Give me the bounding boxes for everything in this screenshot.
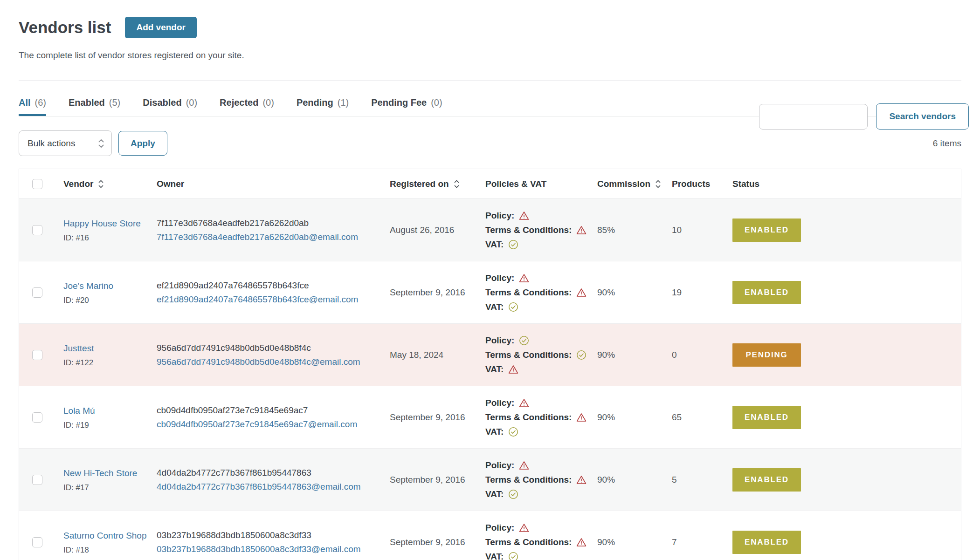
column-header-products: Products: [672, 179, 732, 189]
page-subtitle: The complete list of vendor stores regis…: [19, 50, 961, 61]
warning-icon: [576, 538, 587, 547]
owner-cell: ef21d8909ad2407a764865578b643fce ef21d89…: [157, 279, 390, 306]
table-row: Happy House Store ID: #16 7f117e3d6768a4…: [19, 199, 961, 261]
warning-icon: [576, 225, 587, 235]
tab-all[interactable]: All (6): [19, 97, 46, 116]
check-circle-icon: [576, 350, 587, 360]
vat-label: VAT:: [485, 487, 504, 501]
vendor-id: ID: #122: [63, 358, 147, 368]
sort-icon[interactable]: [454, 179, 460, 189]
sort-icon[interactable]: [98, 179, 104, 189]
apply-button[interactable]: Apply: [118, 131, 167, 156]
owner-email-link[interactable]: 4d04da2b4772c77b367f861b95447863@email.c…: [157, 482, 361, 492]
status-badge: ENABLED: [732, 406, 801, 429]
terms-label: Terms & Conditions:: [485, 535, 572, 549]
page-header: Vendors list Add vendor The complete lis…: [0, 0, 980, 81]
column-header-registered-on[interactable]: Registered on: [390, 179, 485, 189]
status-badge: ENABLED: [732, 468, 801, 492]
warning-icon: [508, 365, 518, 374]
vendor-id: ID: #19: [63, 421, 147, 430]
search-group: Search vendors: [759, 103, 969, 130]
status-badge: ENABLED: [732, 531, 801, 554]
add-vendor-button[interactable]: Add vendor: [125, 17, 197, 38]
products-count: 5: [672, 475, 732, 485]
products-count: 65: [672, 412, 732, 423]
terms-label: Terms & Conditions:: [485, 348, 572, 362]
table-body: Happy House Store ID: #16 7f117e3d6768a4…: [19, 199, 961, 560]
items-count: 6 items: [933, 138, 961, 149]
vat-label: VAT:: [485, 237, 504, 252]
policy-label: Policy:: [485, 208, 514, 223]
check-circle-icon: [508, 239, 518, 250]
vendor-cell: Happy House Store ID: #16: [63, 217, 157, 243]
warning-icon: [519, 461, 529, 470]
policy-label: Policy:: [485, 458, 514, 472]
owner-name: cb09d4dfb0950af273e7c91845e69ac7: [157, 403, 382, 417]
tab-pending-fee[interactable]: Pending Fee (0): [371, 97, 442, 116]
row-checkbox[interactable]: [32, 350, 42, 360]
row-checkbox[interactable]: [32, 475, 42, 485]
vendor-cell: New Hi-Tech Store ID: #17: [63, 467, 157, 492]
column-header-label: Policies & VAT: [485, 179, 546, 189]
vat-label: VAT:: [485, 300, 504, 314]
check-circle-icon: [508, 489, 518, 499]
terms-label: Terms & Conditions:: [485, 223, 572, 237]
vendor-name-link[interactable]: Joe's Marino: [63, 280, 113, 293]
vendor-name-link[interactable]: Lola Mú: [63, 404, 95, 417]
vendor-name-link[interactable]: Saturno Contro Shop: [63, 529, 147, 542]
bulk-actions-row: Bulk actions Apply 6 items: [19, 130, 961, 156]
tab-label: Disabled: [143, 97, 181, 108]
table-row: Joe's Marino ID: #20 ef21d8909ad2407a764…: [19, 261, 961, 323]
commission-value: 90%: [597, 412, 672, 423]
policies-cell: Policy: Terms & Conditions: VAT:: [485, 458, 597, 501]
owner-name: 03b237b19688d3bdb1850600a8c3df33: [157, 528, 382, 542]
search-vendors-button[interactable]: Search vendors: [876, 103, 969, 130]
column-header-vendor[interactable]: Vendor: [63, 179, 157, 189]
owner-name: ef21d8909ad2407a764865578b643fce: [157, 279, 382, 292]
select-all-checkbox[interactable]: [32, 179, 42, 189]
tab-label: Rejected: [220, 97, 258, 108]
owner-email-link[interactable]: cb09d4dfb0950af273e7c91845e69ac7@email.c…: [157, 419, 357, 429]
terms-label: Terms & Conditions:: [485, 285, 572, 300]
status-badge: ENABLED: [732, 219, 801, 242]
products-count: 7: [672, 537, 732, 547]
search-input[interactable]: [759, 104, 868, 130]
tab-pending[interactable]: Pending (1): [297, 97, 349, 116]
row-checkbox[interactable]: [32, 287, 42, 298]
row-checkbox[interactable]: [32, 537, 42, 547]
vendor-name-link[interactable]: Happy House Store: [63, 217, 141, 230]
vat-label: VAT:: [485, 549, 504, 560]
row-checkbox[interactable]: [32, 412, 42, 423]
owner-email-link[interactable]: ef21d8909ad2407a764865578b643fce@email.c…: [157, 294, 358, 304]
sort-icon[interactable]: [655, 179, 661, 189]
warning-icon: [519, 273, 529, 283]
status-badge: ENABLED: [732, 281, 801, 304]
policies-cell: Policy: Terms & Conditions: VAT:: [485, 333, 597, 376]
warning-icon: [519, 523, 529, 533]
vat-label: VAT:: [485, 424, 504, 439]
tab-count: (5): [109, 97, 120, 108]
column-header-policies-vat: Policies & VAT: [485, 179, 597, 189]
tab-count: (0): [262, 97, 274, 108]
row-checkbox[interactable]: [32, 225, 42, 235]
vendor-id: ID: #18: [63, 546, 147, 555]
vendor-name-link[interactable]: Justtest: [63, 342, 94, 355]
tab-rejected[interactable]: Rejected (0): [220, 97, 274, 116]
tab-disabled[interactable]: Disabled (0): [143, 97, 197, 116]
page-title: Vendors list: [19, 18, 111, 37]
owner-email-link[interactable]: 956a6d7dd7491c948b0db5d0e48b8f4c@email.c…: [157, 357, 360, 367]
tab-label: All: [19, 97, 31, 108]
table-row: New Hi-Tech Store ID: #17 4d04da2b4772c7…: [19, 448, 961, 511]
tab-enabled[interactable]: Enabled (5): [69, 97, 120, 116]
status-badge: PENDING: [732, 343, 801, 367]
owner-email-link[interactable]: 03b237b19688d3bdb1850600a8c3df33@email.c…: [157, 544, 361, 554]
vendors-table: Vendor Owner Registered on Policies & VA…: [19, 169, 961, 560]
column-header-label: Status: [732, 179, 759, 189]
policies-cell: Policy: Terms & Conditions: VAT:: [485, 208, 597, 252]
vendor-name-link[interactable]: New Hi-Tech Store: [63, 467, 137, 480]
column-header-commission[interactable]: Commission: [597, 179, 672, 189]
owner-email-link[interactable]: 7f117e3d6768a4eadfeb217a6262d0ab@email.c…: [157, 232, 358, 242]
policy-label: Policy:: [485, 396, 514, 410]
select-chevron-icon: [98, 138, 104, 149]
bulk-actions-select[interactable]: Bulk actions: [19, 130, 112, 156]
